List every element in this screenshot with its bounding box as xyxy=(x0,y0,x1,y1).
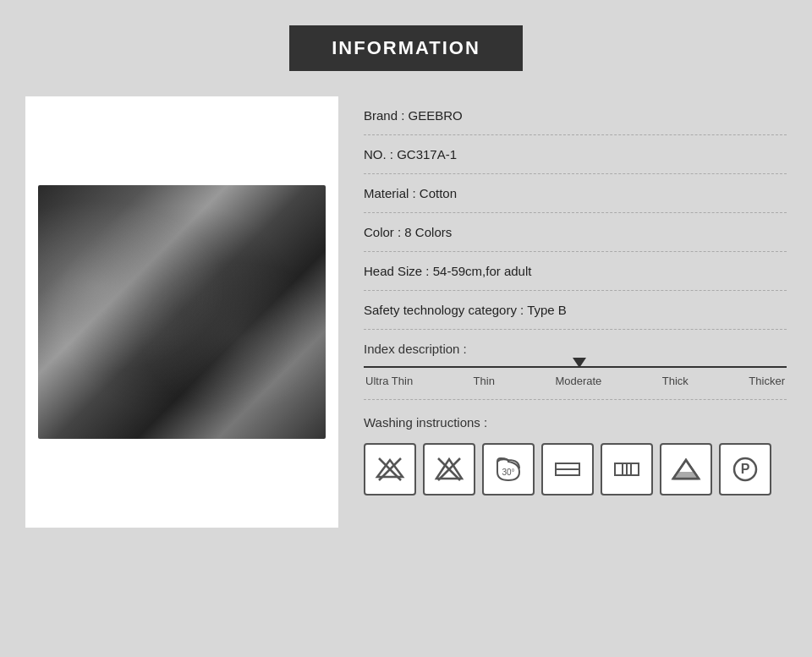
iron-low-svg xyxy=(670,453,702,485)
content-area: Brand : GEEBRO NO. : GC317A-1 Material :… xyxy=(25,96,787,528)
material-label: Material : xyxy=(364,186,420,200)
label-thicker: Thicker xyxy=(749,375,785,387)
color-value: 8 Colors xyxy=(404,225,452,239)
material-value: Cotton xyxy=(420,186,457,200)
no-iron-icon xyxy=(364,443,416,495)
washing-icons: 30° xyxy=(364,443,787,495)
head-size-value: 54-59cm,for adult xyxy=(433,264,532,278)
label-thin: Thin xyxy=(474,375,495,387)
dry-svg xyxy=(611,453,643,485)
safety-row: Safety technology category : Type B xyxy=(364,291,787,330)
svg-text:30°: 30° xyxy=(502,468,514,477)
wash-30-svg: 30° xyxy=(492,453,524,485)
no-iron-svg xyxy=(374,453,406,485)
no-label: NO. : xyxy=(364,147,397,162)
product-image xyxy=(38,185,326,439)
gentle-icon xyxy=(541,443,594,495)
washing-title: Washing instructions : xyxy=(364,415,787,430)
index-title: Index description : xyxy=(364,342,787,356)
no-bleach-icon xyxy=(423,443,475,495)
thickness-labels: Ultra Thin Thin Moderate Thick Thicker xyxy=(364,375,787,387)
no-bleach-svg xyxy=(433,453,465,485)
brand-value: GEEBRO xyxy=(409,108,463,123)
color-row: Color : 8 Colors xyxy=(364,213,787,252)
professional-svg: P xyxy=(729,453,761,485)
page-title: INFORMATION xyxy=(289,25,523,71)
svg-text:P: P xyxy=(741,462,750,476)
product-image-box xyxy=(25,96,338,528)
no-value: GC317A-1 xyxy=(397,147,457,162)
svg-marker-15 xyxy=(673,460,699,479)
divider xyxy=(364,399,787,400)
no-row: NO. : GC317A-1 xyxy=(364,135,787,174)
label-thick: Thick xyxy=(662,375,689,387)
label-moderate: Moderate xyxy=(555,375,601,387)
gentle-svg xyxy=(551,453,584,485)
dry-icon xyxy=(601,443,653,495)
safety-value: Type B xyxy=(527,303,567,317)
head-size-label: Head Size : xyxy=(364,264,433,278)
wash-30-icon: 30° xyxy=(482,443,535,495)
iron-low-icon xyxy=(660,443,712,495)
brand-label: Brand : xyxy=(364,108,409,123)
thickness-bar xyxy=(364,366,787,368)
material-row: Material : Cotton xyxy=(364,174,787,213)
thickness-bar-container xyxy=(364,366,787,368)
info-panel: Brand : GEEBRO NO. : GC317A-1 Material :… xyxy=(364,96,787,528)
washing-section: Washing instructions : xyxy=(364,412,787,495)
head-size-row: Head Size : 54-59cm,for adult xyxy=(364,252,787,291)
brand-row: Brand : GEEBRO xyxy=(364,96,787,135)
safety-label: Safety technology category : xyxy=(364,303,527,317)
color-label: Color : xyxy=(364,225,404,239)
index-section: Index description : Ultra Thin Thin Mode… xyxy=(364,330,787,387)
label-ultra-thin: Ultra Thin xyxy=(365,375,413,387)
professional-icon: P xyxy=(719,443,771,495)
